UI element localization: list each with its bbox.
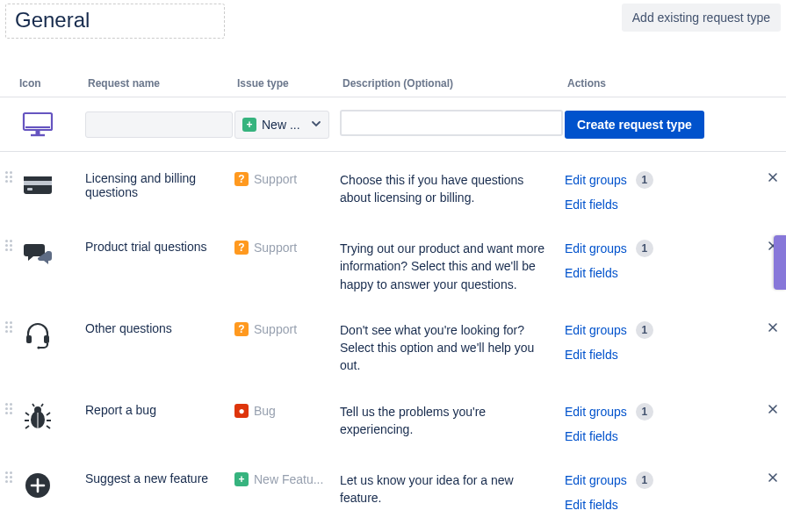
new-issue-type-label: New ... — [262, 118, 300, 132]
remove-row-button[interactable] — [768, 170, 778, 185]
table-row: Report a bug●BugTell us the problems you… — [0, 384, 786, 452]
new-issue-type-select[interactable]: + New ... — [234, 111, 329, 139]
remove-row-button[interactable] — [768, 471, 778, 485]
table-row: Other questions?SupportDon't see what yo… — [0, 302, 786, 384]
edit-fields-link[interactable]: Edit fields — [565, 266, 759, 280]
groups-count-badge: 1 — [636, 171, 653, 189]
monitor-icon[interactable] — [17, 111, 59, 139]
request-name: Other questions — [85, 321, 233, 335]
feedback-tab[interactable] — [774, 235, 786, 290]
new-request-name-input[interactable] — [85, 111, 233, 138]
remove-row-button[interactable] — [768, 320, 778, 335]
groups-count-badge: 1 — [636, 321, 653, 339]
request-description: Choose this if you have questions about … — [340, 171, 546, 207]
add-existing-request-type-button[interactable]: Add existing request type — [622, 4, 781, 32]
edit-groups-link[interactable]: Edit groups — [565, 405, 627, 419]
issue-type-label: Support — [254, 241, 297, 255]
group-name-input[interactable]: General — [5, 4, 225, 39]
request-name: Product trial questions — [85, 240, 233, 254]
edit-groups-link[interactable]: Edit groups — [565, 173, 627, 187]
col-header-name: Request name — [84, 72, 234, 97]
edit-fields-link[interactable]: Edit fields — [565, 198, 759, 212]
issue-type-label: Support — [254, 172, 297, 186]
drag-handle-icon[interactable] — [5, 403, 14, 414]
svg-rect-8 — [24, 176, 52, 181]
card-icon[interactable] — [17, 171, 59, 199]
issue-type-label: New Featu... — [254, 472, 323, 486]
remove-row-button[interactable] — [768, 402, 778, 417]
plus-icon[interactable] — [17, 471, 59, 500]
issue-type-label: Support — [254, 322, 297, 336]
chevron-down-icon — [311, 118, 321, 132]
drag-handle-icon[interactable] — [5, 471, 14, 483]
svg-point-14 — [34, 406, 41, 413]
edit-groups-link[interactable]: Edit groups — [565, 241, 627, 255]
drag-handle-icon[interactable] — [5, 171, 14, 183]
svg-rect-10 — [26, 335, 32, 343]
issue-type: +New Featu... — [234, 472, 323, 486]
request-description: Tell us the problems you're experiencing… — [340, 403, 546, 439]
groups-count-badge: 1 — [636, 471, 653, 489]
bug-icon[interactable] — [17, 403, 59, 431]
issue-type-icon: ? — [234, 241, 249, 255]
new-description-input[interactable] — [340, 110, 563, 136]
drag-handle-icon[interactable] — [5, 240, 14, 251]
request-name: Report a bug — [85, 403, 233, 417]
issue-type-label: Bug — [254, 404, 276, 418]
edit-fields-link[interactable]: Edit fields — [565, 429, 759, 443]
svg-rect-9 — [27, 188, 32, 191]
plus-icon: + — [242, 118, 256, 132]
table-header-row: Icon Request name Issue type Description… — [0, 72, 786, 97]
issue-type-icon: + — [234, 472, 249, 486]
request-description: Trying out our product and want more inf… — [340, 240, 546, 293]
request-description: Don't see what you're looking for? Selec… — [340, 321, 546, 375]
svg-rect-7 — [24, 181, 52, 185]
create-request-type-button[interactable]: Create request type — [565, 111, 704, 139]
request-name: Licensing and billing questions — [85, 171, 233, 199]
table-row: Product trial questions?SupportTrying ou… — [0, 220, 786, 302]
headset-icon[interactable] — [17, 321, 59, 349]
col-header-type: Issue type — [234, 72, 339, 97]
edit-groups-link[interactable]: Edit groups — [565, 323, 627, 337]
col-header-desc: Description (Optional) — [339, 72, 564, 97]
issue-type: ?Support — [234, 241, 297, 255]
groups-count-badge: 1 — [636, 403, 653, 421]
issue-type-icon: ? — [234, 322, 249, 336]
groups-count-badge: 1 — [636, 240, 653, 257]
col-header-actions: Actions — [564, 72, 760, 97]
chat-icon[interactable] — [17, 240, 59, 268]
request-description: Let us know your idea for a new feature. — [340, 471, 546, 507]
svg-point-12 — [37, 346, 40, 349]
edit-fields-link[interactable]: Edit fields — [565, 348, 759, 362]
issue-type: ●Bug — [234, 404, 276, 418]
issue-type: ?Support — [234, 322, 297, 336]
table-row: Suggest a new feature+New Featu...Let us… — [0, 452, 786, 521]
col-header-icon: Icon — [16, 72, 84, 97]
svg-rect-11 — [44, 335, 49, 343]
edit-fields-link[interactable]: Edit fields — [565, 498, 759, 512]
issue-type: ?Support — [234, 172, 297, 186]
issue-type-icon: ● — [234, 404, 249, 418]
create-request-row: + New ... Create request type — [0, 97, 786, 152]
drag-handle-icon[interactable] — [5, 321, 14, 333]
svg-rect-3 — [36, 130, 40, 134]
issue-type-icon: ? — [234, 172, 249, 186]
request-name: Suggest a new feature — [85, 471, 233, 485]
edit-groups-link[interactable]: Edit groups — [565, 473, 627, 487]
table-row: Licensing and billing questions?SupportC… — [0, 152, 786, 221]
